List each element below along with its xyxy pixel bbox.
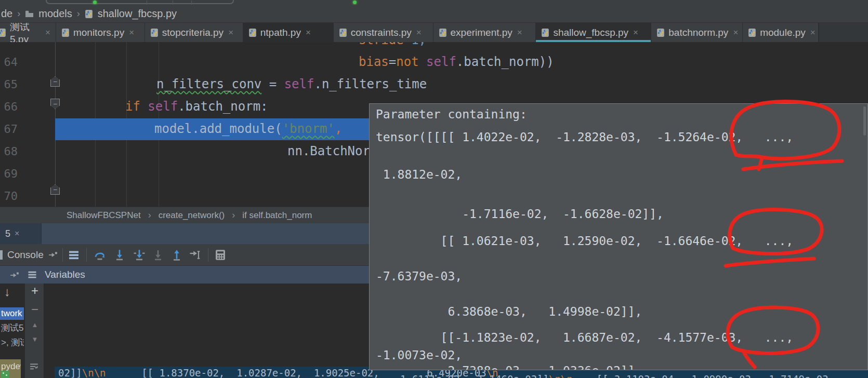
python-file-icon xyxy=(0,29,6,37)
close-icon[interactable]: × xyxy=(810,28,816,38)
run-configuration-box-fragment[interactable] xyxy=(46,0,234,4)
tab-label: experiment.py xyxy=(451,27,512,38)
code-token: .n_filters_time xyxy=(314,77,427,91)
line-number: 68 xyxy=(0,145,18,158)
python-file-icon xyxy=(85,10,93,18)
close-icon[interactable]: × xyxy=(129,28,134,38)
variable-value-popup[interactable]: Parameter containing: tensor([[[[ 1.4022… xyxy=(369,103,868,370)
close-icon[interactable]: × xyxy=(733,28,738,38)
close-icon[interactable]: × xyxy=(45,28,50,38)
watches-vertical-toolbar: + − ▲ ▼ xyxy=(24,284,44,378)
list-item-selected[interactable]: twork xyxy=(0,307,24,320)
layout-settings-icon[interactable] xyxy=(27,269,37,280)
pycharm-window: de › models › shallow_fbcsp.py 测试5.py × … xyxy=(0,0,868,378)
debug-session-tab[interactable]: 5 × xyxy=(0,223,42,244)
breadcrumb-item-de[interactable]: de xyxy=(1,8,12,20)
run-to-cursor-icon xyxy=(189,249,202,261)
run-status-dot2-icon xyxy=(353,1,357,4)
chevron-right-icon: › xyxy=(232,210,235,221)
close-icon[interactable]: × xyxy=(306,28,311,38)
tab-stopcriteria[interactable]: stopcriteria.py × xyxy=(145,23,243,42)
list-item[interactable]: >, 测试 xyxy=(0,336,24,348)
tab-label: module.py xyxy=(760,27,806,38)
console-run-icon xyxy=(1,371,9,378)
tab-shallow-fbcsp[interactable]: shallow_fbcsp.py × xyxy=(536,23,651,42)
close-icon[interactable]: × xyxy=(416,28,422,38)
evaluate-expression-calculator-icon[interactable] xyxy=(214,249,227,261)
line-number: 66 xyxy=(0,100,18,113)
code-token: self xyxy=(284,77,314,91)
breadcrumb-method[interactable]: create_network() xyxy=(159,210,225,221)
line-number: 70 xyxy=(0,190,18,203)
tab-label: ntpath.py xyxy=(260,27,301,38)
scroll-to-end-icon[interactable] xyxy=(48,250,60,263)
tab-label: constraints.py xyxy=(351,27,412,38)
scroll-down-icon[interactable]: ↓ xyxy=(4,285,10,299)
mute-breakpoints-icon[interactable] xyxy=(68,249,80,261)
code-token: 1, xyxy=(411,42,426,47)
python-file-icon xyxy=(656,29,665,37)
move-up-icon[interactable]: ▲ xyxy=(25,321,45,329)
step-into-icon[interactable] xyxy=(113,249,126,261)
code-token: = xyxy=(261,77,284,91)
toolbar-separator xyxy=(173,1,173,5)
run-status-dot-icon xyxy=(93,1,97,4)
popup-line: -1.7116e-02, -1.6628e-02]], xyxy=(376,207,664,221)
main-toolbar-fragment xyxy=(0,0,868,5)
step-over-icon[interactable] xyxy=(94,249,106,261)
console-tab-label[interactable]: Console xyxy=(7,249,44,261)
python-file-icon xyxy=(150,29,159,37)
close-icon[interactable]: × xyxy=(517,28,522,38)
show-execution-point-icon[interactable] xyxy=(9,270,20,279)
breadcrumb-class[interactable]: ShallowFBCSPNet xyxy=(67,210,141,221)
console-escape-token: \n\n xyxy=(549,373,573,378)
close-icon[interactable]: × xyxy=(15,229,19,238)
python-file-icon xyxy=(439,29,447,37)
tab-label: shallow_fbcsp.py xyxy=(553,27,628,38)
move-down-icon[interactable]: ▼ xyxy=(25,335,45,343)
code-token: stride xyxy=(359,42,404,47)
code-line-65: n_filters_conv = self.n_filters_time xyxy=(156,76,427,92)
breadcrumb-item-models[interactable]: models xyxy=(38,8,72,20)
breadcrumb-item-file[interactable]: shallow_fbcsp.py xyxy=(98,8,177,20)
soft-wrap-icon[interactable] xyxy=(30,362,39,373)
fold-marker-collapse-icon[interactable]: − xyxy=(50,184,60,195)
tab-ceshi5[interactable]: 测试5.py × xyxy=(0,23,56,42)
console-token: 6.4900e-03 xyxy=(834,373,868,378)
tab-experiment[interactable]: experiment.py × xyxy=(433,23,536,42)
close-icon[interactable]: × xyxy=(228,28,233,38)
toolbar-separator xyxy=(191,1,192,5)
force-step-into-icon[interactable] xyxy=(133,249,146,261)
popup-scrollbar-thumb[interactable] xyxy=(863,106,866,136)
toolbar-separator xyxy=(62,248,63,262)
code-token: .batch_norm: xyxy=(178,99,268,114)
code-token: not xyxy=(396,55,418,69)
list-item[interactable]: 测试5. xyxy=(0,322,24,334)
fold-marker-collapse-icon[interactable]: − xyxy=(50,76,60,87)
fold-marker-expand-icon[interactable]: − xyxy=(50,99,60,109)
code-token xyxy=(419,55,426,69)
tab-monitors[interactable]: monitors.py × xyxy=(56,23,145,42)
code-token: = xyxy=(389,55,396,69)
tab-module[interactable]: module.py × xyxy=(743,23,819,42)
tab-constraints[interactable]: constraints.py × xyxy=(334,23,433,42)
popup-line: 1.8812e-02, xyxy=(376,168,462,181)
console-token: 02]] xyxy=(58,367,82,378)
tab-label: stopcriteria.py xyxy=(162,27,223,38)
tab-ntpath[interactable]: ntpath.py × xyxy=(243,23,334,42)
folder-icon xyxy=(25,10,34,18)
code-token: 'bnorm' xyxy=(282,122,335,136)
step-out-icon[interactable] xyxy=(170,249,183,261)
code-line-67-current: model.add_module('bnorm', xyxy=(154,121,342,137)
line-number: 64 xyxy=(0,56,18,69)
add-watch-icon[interactable]: + xyxy=(25,284,45,298)
tab-batchnorm[interactable]: batchnorm.py × xyxy=(651,23,743,42)
close-icon[interactable]: × xyxy=(633,28,638,38)
code-line-66: if self.batch_norm: xyxy=(125,99,268,114)
editor-tab-bar: 测试5.py × monitors.py × stopcriteria.py ×… xyxy=(0,23,868,42)
console-token: [[-3.1103e-04, 1.0990e-03, 1.7149e-03, xyxy=(573,373,834,378)
remove-watch-icon[interactable]: − xyxy=(25,302,45,317)
breadcrumb-statement[interactable]: if self.batch_norm xyxy=(242,210,312,221)
popup-line: Parameter containing: xyxy=(376,107,527,121)
chevron-right-icon: › xyxy=(77,8,80,19)
